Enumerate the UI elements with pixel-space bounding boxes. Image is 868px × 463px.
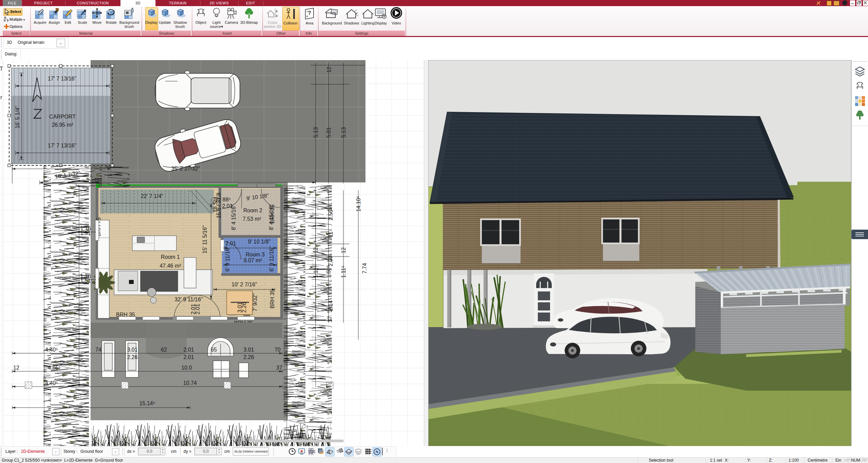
svg-text:17' 7 13/16": 17' 7 13/16" [48, 143, 76, 148]
svg-text:16' 5 1/4": 16' 5 1/4" [15, 106, 20, 129]
svg-text:BRH 35: BRH 35 [269, 204, 275, 224]
svg-text:12: 12 [13, 365, 19, 371]
svg-text:9.07 m²: 9.07 m² [244, 257, 262, 263]
svg-text:2.26: 2.26 [241, 302, 247, 313]
svg-text:Room 1: Room 1 [161, 254, 180, 260]
svg-text:5.01: 5.01 [326, 127, 332, 138]
svg-text:35' 2 27/32": 35' 2 27/32" [171, 166, 200, 172]
svg-text:32' 9 11/16": 32' 9 11/16" [174, 297, 203, 302]
svg-text:17' 7 13/16": 17' 7 13/16" [48, 76, 76, 82]
svg-text:5.13: 5.13 [313, 127, 319, 138]
svg-text:7.53 m²: 7.53 m² [243, 216, 261, 222]
svg-text:2.01: 2.01 [183, 347, 194, 353]
svg-text:T: T [0, 66, 3, 72]
svg-text:74: 74 [95, 347, 101, 353]
svg-text:10.74: 10.74 [183, 380, 197, 386]
svg-text:Room 2: Room 2 [243, 208, 262, 213]
svg-text:62: 62 [161, 347, 167, 353]
svg-text:10.0: 10.0 [181, 365, 192, 371]
svg-text:2.01: 2.01 [183, 354, 194, 360]
svg-text:2.01: 2.01 [195, 304, 201, 314]
svg-text:15.6 / 31.8: 15.6 / 31.8 [216, 193, 222, 218]
svg-text:N: N [376, 450, 378, 454]
svg-text:88⁵: 88⁵ [223, 197, 231, 202]
svg-text:9' 10 1/8": 9' 10 1/8" [248, 239, 271, 245]
svg-text:15' 11 5/16": 15' 11 5/16" [202, 225, 208, 253]
svg-text:?: ? [308, 10, 311, 16]
svg-text:15.14⁵: 15.14⁵ [139, 400, 155, 406]
svg-text:22' 7 1/4": 22' 7 1/4" [141, 193, 164, 199]
svg-text:14.10⁵: 14.10⁵ [356, 196, 361, 212]
svg-text:65: 65 [211, 347, 217, 353]
svg-text:12: 12 [326, 67, 332, 73]
svg-text:47.46 m²: 47.46 m² [159, 263, 181, 269]
svg-text:2.26: 2.26 [127, 354, 137, 360]
svg-text:6' 9 11/16": 6' 9 11/16" [225, 246, 230, 271]
svg-text:26.95 m²: 26.95 m² [52, 122, 73, 128]
svg-text:10' 2 7/16": 10' 2 7/16" [231, 282, 257, 287]
svg-text:7.74: 7.74 [362, 263, 367, 273]
svg-text:Room 3: Room 3 [246, 252, 265, 257]
svg-text:2.26: 2.26 [243, 354, 254, 360]
svg-text:3.01: 3.01 [127, 347, 137, 353]
svg-text:37: 37 [276, 365, 282, 371]
svg-text:CARPORT: CARPORT [49, 114, 76, 120]
svg-text:70: 70 [275, 347, 281, 353]
svg-text:5.13: 5.13 [341, 127, 346, 138]
svg-text:2.01: 2.01 [225, 241, 236, 246]
svg-text:8' 4 15/16": 8' 4 15/16" [231, 204, 237, 230]
svg-text:r: r [0, 94, 2, 100]
svg-text:3.01: 3.01 [243, 347, 254, 353]
svg-text:6' 9 11/16": 6' 9 11/16" [269, 246, 275, 271]
svg-text:BRH 35: BRH 35 [269, 289, 275, 308]
svg-text:7' 9/32": 7' 9/32" [252, 293, 258, 311]
